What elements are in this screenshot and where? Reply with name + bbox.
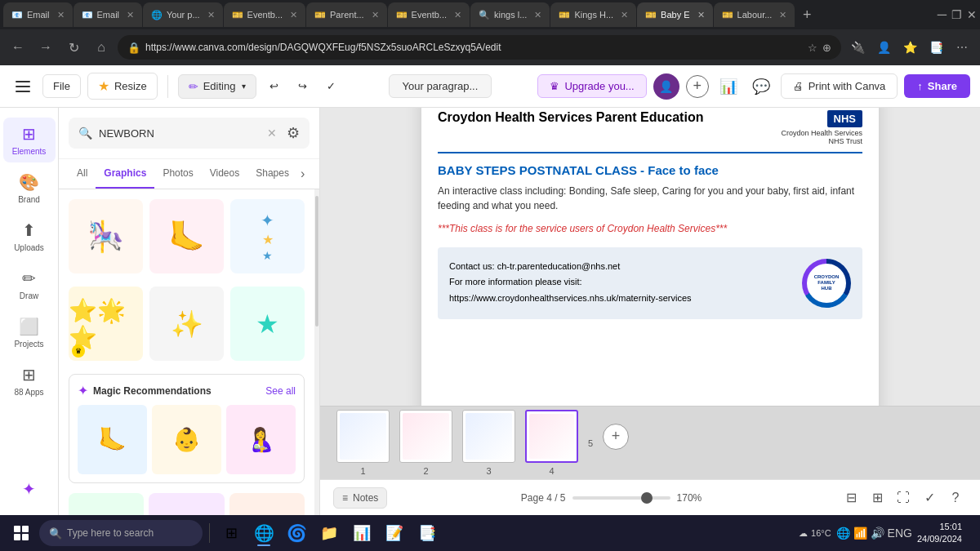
back-button[interactable]: ←: [7, 36, 29, 59]
comment-button[interactable]: 💬: [748, 73, 774, 100]
volume-icon[interactable]: 🔊: [871, 527, 884, 540]
canvas-scroll[interactable]: Croydon Health Services Parent Education…: [320, 108, 980, 406]
tab-kingsh[interactable]: 🎫 Kings H... ✕: [550, 2, 636, 27]
sidebar-item-projects[interactable]: ⬜ Projects: [3, 310, 56, 355]
taskbar-search[interactable]: 🔍 Type here to search: [39, 520, 203, 546]
magic-item-5[interactable]: 🎀: [149, 493, 224, 515]
graphic-item-teal-star[interactable]: ★: [230, 287, 305, 361]
magic-item-2[interactable]: 👶: [152, 405, 221, 474]
panel-scrollbar[interactable]: [314, 189, 319, 515]
tab-eventb2[interactable]: 🎫 Eventb... ✕: [388, 2, 470, 27]
thumbnail-1[interactable]: 1: [336, 410, 390, 476]
taskbar-app-explorer[interactable]: 📁: [314, 518, 344, 548]
sidebar-item-draw[interactable]: ✏ Draw: [3, 262, 56, 307]
graphic-item-stars2[interactable]: ⭐🌟⭐ ♛: [69, 287, 143, 361]
tab-close[interactable]: ✕: [779, 10, 786, 20]
tab-photos[interactable]: Photos: [154, 159, 201, 189]
checkmark-button[interactable]: ✓: [918, 487, 941, 509]
thumbnail-5[interactable]: 5: [588, 438, 593, 448]
resize-button[interactable]: ★ Resize: [87, 73, 158, 100]
thumbnail-4[interactable]: 4: [525, 410, 578, 476]
sidebar-item-brand[interactable]: 🎨 Brand: [3, 166, 56, 211]
tab-parent[interactable]: 🎫 Parent... ✕: [306, 2, 387, 27]
search-input[interactable]: [99, 127, 261, 140]
show-desktop-button[interactable]: [967, 518, 973, 548]
graphic-item-twinkle[interactable]: ✨: [149, 287, 224, 361]
tab-yourp[interactable]: 🌐 Your p... ✕: [143, 2, 223, 27]
tab-shapes[interactable]: Shapes: [247, 159, 297, 189]
checkmark-button[interactable]: ✓: [320, 75, 342, 97]
expand-button[interactable]: ⛶: [892, 487, 915, 509]
redo-button[interactable]: ↪: [292, 75, 314, 97]
taskbar-app-chrome[interactable]: 🌐: [249, 518, 278, 548]
print-button[interactable]: 🖨 Print with Canva: [781, 73, 898, 99]
search-clear-button[interactable]: ✕: [267, 127, 277, 140]
tab-videos[interactable]: Videos: [202, 159, 247, 189]
graphic-item-feet[interactable]: 🦶: [149, 199, 224, 273]
menu-button[interactable]: [10, 73, 36, 100]
paragraph-button[interactable]: Your paragrap...: [389, 74, 492, 98]
refresh-button[interactable]: ↻: [62, 36, 85, 59]
taskbar-app-excel[interactable]: 📊: [347, 518, 376, 548]
canvas-document[interactable]: Croydon Health Services Parent Education…: [421, 108, 879, 406]
tab-labour[interactable]: 🎫 Labour... ✕: [714, 2, 795, 27]
zoom-handle[interactable]: [641, 492, 653, 504]
tab-close[interactable]: ✕: [127, 10, 134, 20]
upgrade-button[interactable]: ♛ Upgrade you...: [537, 74, 646, 98]
tab-all[interactable]: All: [69, 159, 96, 189]
tab-close[interactable]: ✕: [454, 10, 461, 20]
magic-item-1[interactable]: 🦶: [78, 405, 147, 474]
file-button[interactable]: File: [42, 74, 81, 98]
sidebar-item-uploads[interactable]: ⬆ Uploads: [3, 214, 56, 259]
taskbar-app-word[interactable]: 📝: [380, 518, 409, 548]
tab-close[interactable]: ✕: [290, 10, 297, 20]
tab-close[interactable]: ✕: [372, 10, 379, 20]
tab-graphics[interactable]: Graphics: [96, 159, 154, 189]
tab-close[interactable]: ✕: [207, 10, 215, 20]
help-button[interactable]: ?: [944, 487, 967, 509]
sidebar-item-magic[interactable]: ✦: [3, 473, 56, 505]
analytics-button[interactable]: 📊: [715, 73, 742, 100]
collections-button[interactable]: 📑: [924, 36, 947, 59]
thumbnail-2[interactable]: 2: [399, 410, 452, 476]
notes-button[interactable]: ≡ Notes: [333, 487, 387, 509]
filter-icon[interactable]: ⚙: [287, 124, 300, 142]
graphic-item-mobile[interactable]: 🎠: [69, 199, 143, 273]
taskbar-app-powerpoint[interactable]: 📑: [412, 518, 442, 548]
tab-email1[interactable]: 📧 Email ✕: [3, 2, 73, 27]
favorites-button[interactable]: ⭐: [898, 36, 921, 59]
tab-kings1[interactable]: 🔍 kings l... ✕: [470, 2, 550, 27]
add-page-button[interactable]: +: [603, 424, 629, 450]
network-icon[interactable]: 🌐: [836, 527, 850, 540]
tab-babye[interactable]: 🎫 Baby E ✕: [637, 2, 712, 27]
taskbar-app-edge[interactable]: 🌀: [282, 518, 311, 548]
tab-close[interactable]: ✕: [534, 10, 541, 20]
zoom-slider[interactable]: [572, 496, 670, 500]
home-button[interactable]: ⌂: [90, 36, 113, 59]
tab-more-button[interactable]: ›: [301, 167, 305, 181]
bluetooth-icon[interactable]: 📶: [853, 527, 867, 540]
tab-close[interactable]: ✕: [57, 10, 65, 20]
tab-close[interactable]: ✕: [621, 10, 628, 20]
magic-item-3[interactable]: 🤱: [226, 405, 296, 474]
tab-email2[interactable]: 📧 Email ✕: [74, 2, 143, 27]
sidebar-item-elements[interactable]: ⊞ Elements: [3, 118, 56, 162]
undo-button[interactable]: ↩: [263, 75, 285, 97]
editing-button[interactable]: ✏ Editing ▾: [178, 74, 257, 99]
profile-button[interactable]: 👤: [872, 36, 895, 59]
see-all-button[interactable]: See all: [265, 385, 296, 397]
magic-item-4[interactable]: 👩‍⚕️: [69, 493, 144, 515]
extensions-button[interactable]: 🔌: [846, 36, 869, 59]
avatar-button[interactable]: 👤: [653, 73, 679, 100]
clock[interactable]: 15:01 24/09/2024: [917, 521, 962, 546]
search-bar[interactable]: 🔍 ✕ ⚙: [69, 118, 310, 149]
start-button[interactable]: [7, 518, 36, 548]
magic-item-6[interactable]: 🍼: [229, 493, 305, 515]
grid-dots-button[interactable]: ⊞: [866, 487, 889, 509]
new-tab-button[interactable]: +: [795, 3, 818, 26]
taskbar-app-taskview[interactable]: ⊞: [216, 518, 246, 548]
grid-view-button[interactable]: ⊟: [840, 487, 862, 509]
thumbnail-3[interactable]: 3: [462, 410, 515, 476]
add-collaborator-button[interactable]: +: [686, 75, 709, 98]
settings-button[interactable]: ⋯: [951, 36, 973, 59]
